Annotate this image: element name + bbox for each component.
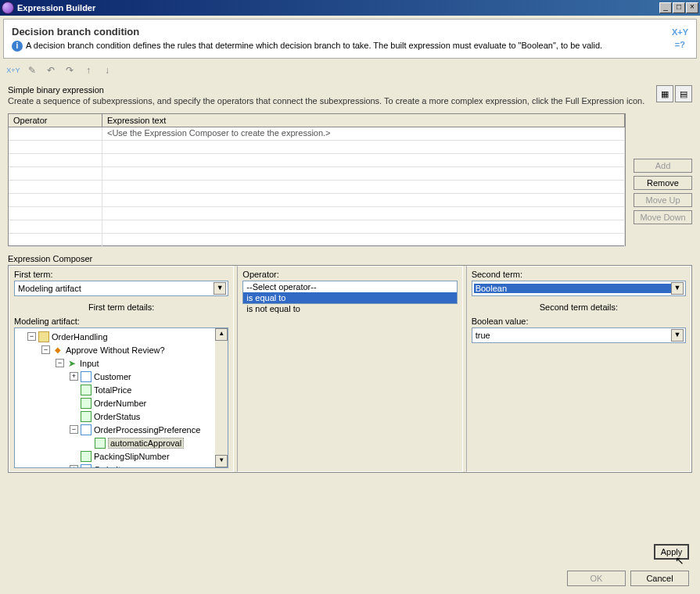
tree-label[interactable]: OrderNumber: [94, 399, 146, 408]
title-bar: Expression Builder _ □ ×: [0, 0, 700, 16]
item-icon: [81, 424, 92, 435]
boolean-value-select[interactable]: true ▼: [472, 327, 686, 343]
expression-placeholder: <Use the Expression Composer to create t…: [102, 127, 625, 140]
ok-button[interactable]: OK: [567, 571, 626, 586]
tree-expand-icon[interactable]: +: [70, 465, 78, 468]
window-title: Expression Builder: [17, 3, 659, 13]
tree-view[interactable]: −OrderHandling −◆Approve Without Review?…: [14, 327, 228, 468]
scroll-down-icon[interactable]: ▼: [215, 455, 228, 467]
simple-view-icon[interactable]: ▦: [656, 85, 673, 102]
chevron-down-icon[interactable]: ▼: [214, 282, 226, 295]
tree-label[interactable]: OrderProcessingPreference: [94, 425, 200, 435]
col-operator-header: Operator: [9, 114, 102, 127]
decision-icon: ◆: [52, 345, 63, 356]
tree-label[interactable]: Input: [80, 359, 99, 368]
up-icon[interactable]: ↑: [81, 63, 95, 77]
operator-list[interactable]: --Select operator-- is equal to is not e…: [242, 281, 457, 304]
table-row[interactable]: [9, 234, 625, 247]
second-term-label: Second term:: [472, 270, 686, 279]
cancel-button[interactable]: Cancel: [630, 571, 689, 586]
second-term-column: Second term: Boolean ▼ Second term detai…: [466, 266, 691, 472]
col-text-header: Expression text: [102, 114, 625, 127]
item-icon: [81, 464, 92, 469]
binary-section-desc: Create a sequence of subexpressions, and…: [8, 96, 648, 106]
tree-collapse-icon[interactable]: −: [70, 425, 78, 434]
second-term-select[interactable]: Boolean ▼: [472, 281, 686, 296]
item-icon: [81, 451, 92, 462]
tree-collapse-icon[interactable]: −: [41, 345, 50, 354]
input-icon: ➤: [66, 358, 77, 369]
tree-label[interactable]: TotalPrice: [94, 385, 131, 395]
maximize-button[interactable]: □: [673, 2, 685, 13]
remove-button[interactable]: Remove: [634, 176, 692, 190]
boolean-value-label: Boolean value:: [472, 317, 686, 326]
composer-label: Expression Composer: [8, 254, 692, 263]
tree-label[interactable]: PackingSlipNumber: [94, 452, 170, 461]
item-icon: [81, 398, 92, 409]
first-term-select[interactable]: Modeling artifact ▼: [14, 281, 228, 296]
app-icon: [2, 2, 14, 14]
scroll-up-icon[interactable]: ▲: [215, 328, 228, 341]
chevron-down-icon[interactable]: ▼: [671, 282, 684, 295]
page-description: A decision branch condition defines the …: [26, 41, 602, 50]
item-icon: [81, 371, 92, 382]
close-button[interactable]: ×: [686, 2, 698, 13]
tree-label[interactable]: OrderHandling: [52, 332, 108, 342]
second-term-details-label: Second term details:: [472, 302, 686, 312]
table-row[interactable]: [9, 141, 625, 154]
table-row[interactable]: [9, 194, 625, 207]
undo-icon[interactable]: ↶: [44, 63, 58, 77]
folder-icon: [38, 331, 49, 342]
chevron-down-icon[interactable]: ▼: [671, 329, 684, 342]
redo-icon[interactable]: ↷: [63, 63, 77, 77]
list-item-selected[interactable]: is equal to: [243, 292, 456, 303]
move-up-button[interactable]: Move Up: [634, 193, 692, 207]
header-panel: Decision branch condition i A decision b…: [3, 19, 697, 59]
full-view-icon[interactable]: ▤: [675, 85, 692, 102]
tree-label[interactable]: OrderItems: [94, 465, 137, 469]
tool-icon[interactable]: ✎: [25, 63, 39, 77]
tree-label-selected[interactable]: automaticApproval: [108, 438, 184, 449]
operator-column: Operator: --Select operator-- is equal t…: [237, 266, 462, 472]
operator-label: Operator:: [242, 270, 457, 279]
list-item[interactable]: --Select operator--: [243, 281, 456, 292]
move-down-button[interactable]: Move Down: [634, 210, 692, 224]
first-term-details-label: First term details:: [14, 302, 228, 312]
tree-label[interactable]: OrderStatus: [94, 412, 140, 421]
binary-section-label: Simple binary expression: [8, 85, 648, 95]
first-term-label: First term:: [14, 270, 228, 279]
tree-collapse-icon[interactable]: −: [27, 332, 36, 341]
table-row[interactable]: [9, 154, 625, 167]
tree-label[interactable]: Customer: [94, 372, 131, 381]
first-term-column: First term: Modeling artifact ▼ First te…: [9, 266, 234, 472]
expression-logo: X+Y =?: [672, 26, 688, 51]
table-row[interactable]: [9, 220, 625, 234]
xy-tool-icon[interactable]: X+Y: [6, 63, 20, 77]
expression-table[interactable]: Operator Expression text <Use the Expres…: [8, 113, 626, 246]
item-icon: [81, 385, 92, 395]
table-row[interactable]: [9, 181, 625, 194]
artifact-label: Modeling artifact:: [14, 317, 228, 326]
add-button[interactable]: Add: [634, 159, 692, 173]
down-icon[interactable]: ↓: [100, 63, 114, 77]
info-icon: i: [12, 41, 23, 52]
expression-composer: First term: Modeling artifact ▼ First te…: [8, 265, 692, 473]
table-row[interactable]: [9, 167, 625, 181]
scrollbar[interactable]: ▲ ▼: [215, 328, 228, 467]
item-icon: [95, 438, 106, 449]
tree-expand-icon[interactable]: +: [70, 372, 78, 381]
table-row[interactable]: <Use the Expression Composer to create t…: [9, 127, 625, 141]
toolbar: X+Y ✎ ↶ ↷ ↑ ↓: [0, 62, 700, 79]
tree-collapse-icon[interactable]: −: [56, 359, 64, 367]
tree-label[interactable]: Approve Without Review?: [66, 345, 165, 355]
minimize-button[interactable]: _: [659, 2, 672, 13]
item-icon: [81, 411, 92, 422]
apply-button[interactable]: Apply: [654, 544, 689, 560]
table-row[interactable]: [9, 207, 625, 220]
page-title: Decision branch condition: [12, 26, 688, 38]
